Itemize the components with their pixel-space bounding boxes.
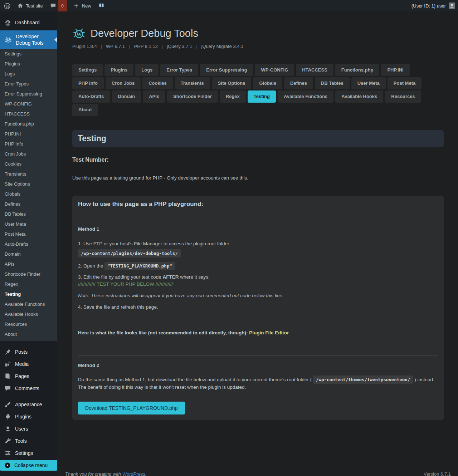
sidebar-item-pages[interactable]: Pages: [0, 370, 57, 382]
sidebar-item-htaccess[interactable]: HTACCESS: [0, 109, 57, 119]
tab-shortcode-finder[interactable]: Shortcode Finder: [167, 90, 218, 103]
tab-resources[interactable]: Resources: [385, 90, 421, 103]
tab-globals[interactable]: Globals: [253, 77, 282, 89]
plugin-submenu: Settings Plugins Logs Error Types Error …: [0, 49, 57, 341]
new-label: New: [82, 3, 91, 9]
sidebar-item-tools[interactable]: Tools: [0, 435, 57, 447]
tab-logs[interactable]: Logs: [135, 64, 159, 76]
tab-site-options[interactable]: Site Options: [212, 77, 252, 89]
sidebar-item-cron-jobs[interactable]: Cron Jobs: [0, 149, 57, 159]
tab-apis[interactable]: APIs: [143, 90, 165, 103]
sidebar-item-developer-debug-tools[interactable]: Developer Debug Tools: [0, 30, 57, 49]
sidebar-item-logs[interactable]: Logs: [0, 69, 57, 79]
tab-php-ini[interactable]: PHP.INI: [381, 64, 409, 76]
download-playground-button[interactable]: Download TESTING_PLAYGROUND.php: [78, 402, 185, 414]
tab-cron-jobs[interactable]: Cron Jobs: [106, 77, 141, 89]
site-link[interactable]: Test site: [14, 0, 47, 11]
sidebar-item-posts[interactable]: Posts: [0, 346, 57, 358]
sidebar-item-error-suppressing[interactable]: Error Suppressing: [0, 89, 57, 99]
sidebar-item-testing[interactable]: Testing: [0, 289, 57, 299]
sidebar-item-resources[interactable]: Resources: [0, 319, 57, 329]
tab-domain[interactable]: Domain: [112, 90, 141, 103]
sidebar-item-globals[interactable]: Globals: [0, 189, 57, 199]
playground-file-code: "TESTING_PLAYGROUND.php": [104, 262, 175, 270]
tab-settings[interactable]: Settings: [72, 64, 103, 76]
tab-auto-drafts[interactable]: Auto-Drafts: [72, 90, 110, 103]
sidebar-item-cookies[interactable]: Cookies: [0, 159, 57, 169]
sidebar-item-wp-config[interactable]: WP-CONFIG: [0, 99, 57, 109]
sidebar-item-comments[interactable]: Comments: [0, 382, 57, 394]
tab-error-suppressing[interactable]: Error Suppressing: [200, 64, 253, 76]
tab-user-meta[interactable]: User Meta: [351, 77, 386, 89]
step1: 1. Use FTP or your host's File Manager t…: [78, 240, 438, 257]
tab-post-meta[interactable]: Post Meta: [388, 77, 422, 89]
sidebar-item-about[interactable]: About: [0, 329, 57, 339]
tab-php-info[interactable]: PHP Info: [72, 77, 104, 89]
core-menu: Posts Media Pages Comments Appearance: [0, 346, 57, 459]
tab-defines[interactable]: Defines: [284, 77, 313, 89]
sidebar-item-plugins-core[interactable]: Plugins: [0, 411, 57, 423]
comments-count-badge[interactable]: 0: [58, 0, 67, 11]
sidebar-item-shortcode-finder[interactable]: Shortcode Finder: [0, 269, 57, 279]
sidebar-item-domain[interactable]: Domain: [0, 249, 57, 259]
media-icon: [4, 360, 11, 368]
sidebar-item-available-functions[interactable]: Available Functions: [0, 299, 57, 309]
tab-db-tables[interactable]: DB Tables: [315, 77, 350, 89]
wordpress-link[interactable]: WordPress: [122, 471, 145, 476]
bug-icon: [4, 36, 12, 44]
tab-wp-config[interactable]: WP-CONFIG: [255, 64, 294, 76]
sidebar-item-media[interactable]: Media: [0, 358, 57, 370]
tab-error-types[interactable]: Error Types: [160, 64, 198, 76]
sidebar-item-php-info[interactable]: PHP Info: [0, 139, 57, 149]
comments-link[interactable]: [47, 0, 58, 11]
section-title: Testing: [78, 134, 438, 143]
collapse-menu-button[interactable]: Collapse menu: [0, 460, 57, 471]
pin-icon: [4, 348, 11, 355]
sidebar-item-functions-php[interactable]: Functions.php: [0, 119, 57, 129]
sidebar-item-settings-core[interactable]: Settings: [0, 447, 57, 459]
user-info: (User ID: 1) user: [411, 3, 446, 9]
comment-icon: [4, 385, 11, 392]
sidebar-item-users[interactable]: Users: [0, 423, 57, 435]
tab-testing[interactable]: Testing: [248, 90, 276, 103]
version-meta: Plugin 1.8.4| WP 6.7.1| PHP 8.1.12| jQue…: [72, 44, 444, 49]
footer-thanks: Thank you for creating with WordPress.: [65, 471, 147, 476]
tab-plugins[interactable]: Plugins: [104, 64, 133, 76]
sidebar-item-appearance[interactable]: Appearance: [0, 398, 57, 411]
collapse-arrow-icon: [4, 462, 11, 468]
tab-functions-php[interactable]: Functions.php: [335, 64, 380, 76]
tab-regex[interactable]: Regex: [220, 90, 246, 103]
tab-available-functions[interactable]: Available Functions: [278, 90, 333, 103]
sidebar-item-apis[interactable]: APIs: [0, 259, 57, 269]
sidebar-item-user-meta[interactable]: User Meta: [0, 219, 57, 229]
divider: [72, 187, 444, 187]
plugin-bug-logo-icon: [72, 26, 86, 40]
sidebar-item-php-ini[interactable]: PHP.INI: [0, 129, 57, 139]
tab-transients[interactable]: Transients: [175, 77, 210, 89]
account-menu[interactable]: (User ID: 1) user: [411, 3, 458, 9]
avatar: [449, 3, 455, 9]
new-content-menu[interactable]: New: [70, 0, 95, 11]
sidebar-item-defines[interactable]: Defines: [0, 199, 57, 209]
sidebar-item-regex[interactable]: Regex: [0, 279, 57, 289]
tab-bar: Settings Plugins Logs Error Types Error …: [72, 64, 444, 117]
sidebar-item-transients[interactable]: Transients: [0, 169, 57, 179]
sidebar-item-error-types[interactable]: Error Types: [0, 79, 57, 89]
sidebar-item-settings[interactable]: Settings: [0, 49, 57, 59]
tab-available-hooks[interactable]: Available Hooks: [335, 90, 383, 103]
wp-logo-menu[interactable]: [0, 0, 14, 11]
sidebar-item-plugins[interactable]: Plugins: [0, 59, 57, 69]
sidebar-item-available-hooks[interactable]: Available Hooks: [0, 309, 57, 319]
howto-heading: How to use this page as a PHP playground…: [78, 201, 438, 208]
sidebar-item-dashboard[interactable]: Dashboard: [0, 16, 57, 29]
sidebar-item-post-meta[interactable]: Post Meta: [0, 229, 57, 239]
tab-htaccess[interactable]: HTACCESS: [296, 64, 333, 76]
tab-about[interactable]: About: [72, 104, 98, 116]
debug-log-toolbar-item[interactable]: [95, 0, 108, 11]
tab-cookies[interactable]: Cookies: [142, 77, 173, 89]
sidebar-item-site-options[interactable]: Site Options: [0, 179, 57, 189]
sidebar-item-auto-drafts[interactable]: Auto-Drafts: [0, 239, 57, 249]
plus-icon: [73, 3, 80, 9]
plugin-file-editor-link[interactable]: Plugin File Editor: [249, 330, 289, 335]
sidebar-item-db-tables[interactable]: DB Tables: [0, 209, 57, 219]
